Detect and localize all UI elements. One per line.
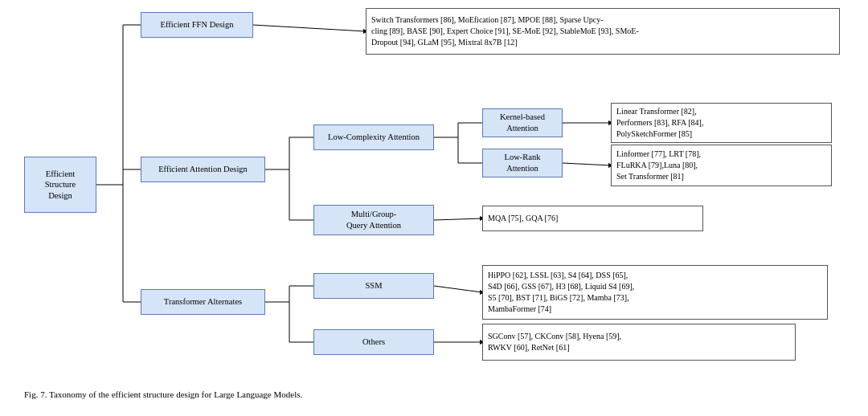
kernel-based-label: Kernel-based Attention (500, 112, 545, 133)
svg-line-5 (253, 25, 366, 31)
low-complexity-box: Low-Complexity Attention (313, 124, 434, 150)
low-rank-box: Low-Rank Attention (482, 149, 563, 177)
multigroup-refs-box: MQA [75], GQA [76] (482, 206, 703, 231)
efficient-structure-box: Efficient Structure Design (24, 157, 96, 213)
transformer-alternates-box: Transformer Alternates (141, 289, 265, 315)
ffn-refs-box: Switch Transformers [86], MoEfication [8… (366, 8, 840, 55)
kernel-refs-text: Linear Transformer [82],Performers [83],… (616, 106, 703, 140)
efficient-attention-box: Efficient Attention Design (141, 157, 265, 182)
others-refs-box: SGConv [57], CKConv [58], Hyena [59],RWK… (482, 324, 796, 361)
transformer-alternates-label: Transformer Alternates (164, 296, 242, 308)
others-label: Others (362, 336, 385, 348)
low-rank-label: Low-Rank Attention (505, 152, 541, 173)
low-complexity-label: Low-Complexity Attention (328, 132, 420, 143)
svg-line-21 (434, 286, 482, 292)
svg-line-16 (434, 218, 482, 220)
ssm-refs-box: HiPPO [62], LSSL [63], S4 [64], DSS [65]… (482, 265, 828, 320)
multi-group-label: Multi/Group- Query Attention (346, 209, 401, 230)
efficient-attention-label: Efficient Attention Design (158, 164, 248, 175)
figure-caption: Fig. 7. Taxonomy of the efficient struct… (24, 389, 302, 399)
lowrank-refs-box: Linformer [77], LRT [78],FLuRKA [79],Lun… (611, 145, 832, 186)
kernel-based-box: Kernel-based Attention (482, 108, 563, 137)
ssm-refs-text: HiPPO [62], LSSL [63], S4 [64], DSS [65]… (488, 270, 634, 315)
svg-line-15 (563, 163, 611, 165)
ffn-refs-text: Switch Transformers [86], MoEfication [8… (371, 14, 639, 48)
ssm-label: SSM (365, 280, 382, 292)
caption-text: Fig. 7. Taxonomy of the efficient struct… (24, 389, 302, 399)
multi-group-box: Multi/Group- Query Attention (313, 205, 434, 235)
kernel-refs-box: Linear Transformer [82],Performers [83],… (611, 103, 832, 143)
efficient-structure-label: Efficient Structure Design (45, 169, 76, 202)
efficient-ffn-box: Efficient FFN Design (141, 12, 253, 38)
efficient-ffn-label: Efficient FFN Design (161, 19, 234, 31)
others-refs-text: SGConv [57], CKConv [58], Hyena [59],RWK… (488, 331, 621, 353)
ssm-box: SSM (313, 273, 434, 299)
multigroup-refs-text: MQA [75], GQA [76] (488, 213, 558, 224)
diagram-container: Efficient Structure Design Efficient FFN… (0, 0, 868, 385)
lowrank-refs-text: Linformer [77], LRT [78],FLuRKA [79],Lun… (616, 149, 701, 182)
others-box: Others (313, 329, 434, 355)
